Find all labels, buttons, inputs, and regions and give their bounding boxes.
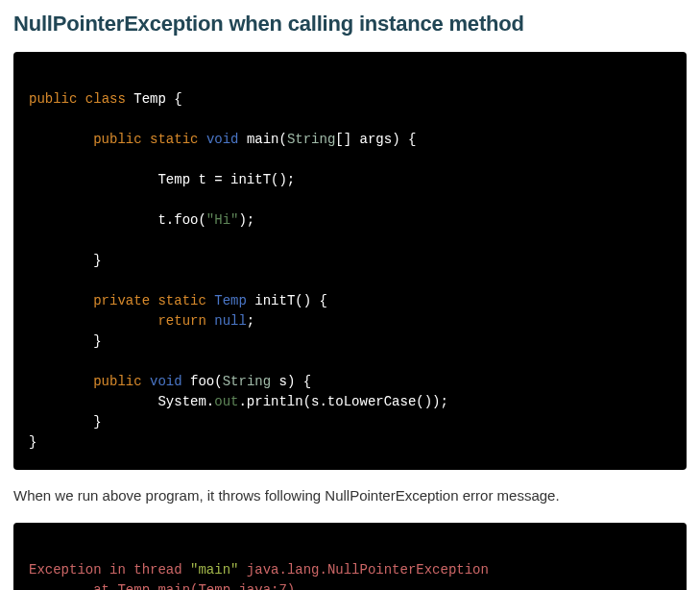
- code-token: Temp: [214, 293, 247, 308]
- code-token: void: [150, 374, 182, 389]
- prose-paragraph: When we run above program, it throws fol…: [13, 485, 687, 507]
- code-token: ;: [247, 313, 254, 329]
- code-token: Temp t: [157, 172, 214, 187]
- code-token: foo: [190, 374, 214, 389]
- code-token: }: [93, 253, 101, 268]
- code-token: Temp: [133, 91, 166, 107]
- code-block-java: public class Temp { public static void m…: [13, 52, 687, 470]
- code-token: void: [206, 132, 239, 147]
- code-token: static: [157, 293, 205, 308]
- code-token: initT();: [223, 172, 296, 187]
- code-token: t.foo(: [157, 212, 205, 228]
- code-token: initT: [254, 293, 295, 308]
- code-block-exception: Exception in thread "main" java.lang.Nul…: [13, 523, 687, 591]
- code-token: (: [214, 374, 222, 389]
- code-token: }: [29, 434, 36, 450]
- code-token: System.: [157, 394, 214, 409]
- code-token: {: [166, 91, 182, 107]
- code-token: String: [287, 132, 335, 147]
- code-token: public: [29, 91, 77, 107]
- code-token: s: [271, 374, 287, 389]
- code-token: null: [214, 313, 247, 329]
- code-token: =: [214, 172, 222, 187]
- code-token: }: [93, 333, 101, 349]
- code-token: class: [85, 91, 126, 107]
- code-token: "Hi": [206, 212, 239, 228]
- code-token: ) {: [287, 374, 311, 389]
- code-token: java.lang.NullPointerException: [238, 562, 488, 578]
- code-token: 7: [278, 582, 286, 591]
- code-token: ): [287, 582, 295, 591]
- code-token: public: [93, 374, 141, 389]
- code-token: "main": [190, 562, 238, 578]
- code-token: at Temp.main(Temp.java:: [93, 582, 278, 591]
- code-token: }: [93, 414, 101, 430]
- code-token: [] args: [335, 132, 392, 147]
- code-token: thread: [126, 562, 190, 578]
- code-token: in: [109, 562, 126, 578]
- code-token: public: [93, 132, 141, 147]
- code-token: String: [223, 374, 271, 389]
- code-token: return: [157, 313, 205, 329]
- code-token: out: [214, 394, 238, 409]
- code-token: .println(s.toLowerCase());: [238, 394, 447, 409]
- code-token: static: [150, 132, 198, 147]
- code-token: () {: [295, 293, 327, 308]
- code-token: Exception: [29, 562, 109, 578]
- code-token: private: [93, 293, 150, 308]
- code-token: (: [279, 132, 287, 147]
- section-heading: NullPointerException when calling instan…: [13, 12, 687, 37]
- code-token: main: [247, 132, 279, 147]
- code-token: ) {: [392, 132, 416, 147]
- code-token: );: [238, 212, 254, 228]
